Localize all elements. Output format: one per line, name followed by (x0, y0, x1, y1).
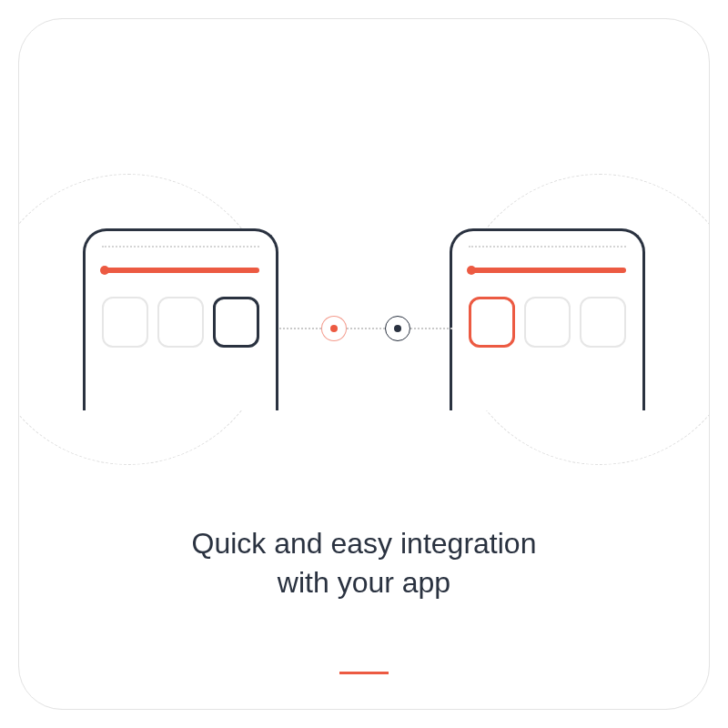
connection-node-dark-icon (385, 316, 410, 341)
integration-illustration (19, 174, 709, 465)
app-row (469, 297, 626, 348)
connection-line (347, 328, 385, 329)
feature-card: Quick and easy integration with your app (18, 18, 710, 710)
connection-line (410, 328, 452, 329)
app-tile (580, 297, 626, 348)
address-bar-icon (102, 268, 259, 273)
connection-node-accent-icon (321, 316, 347, 341)
app-tile (102, 297, 148, 348)
heading-line-1: Quick and easy integration (192, 527, 537, 560)
accent-divider (339, 672, 389, 674)
feature-heading: Quick and easy integration with your app (19, 524, 709, 602)
app-tile-selected (213, 297, 259, 348)
connection-line (279, 328, 321, 329)
phone-mockup-left (83, 228, 278, 410)
phone-mockup-right (450, 228, 645, 410)
address-bar-icon (469, 268, 626, 273)
heading-line-2: with your app (278, 566, 450, 599)
app-tile-accent (469, 297, 515, 348)
app-tile (524, 297, 571, 348)
app-tile (157, 297, 204, 348)
app-row (102, 297, 259, 348)
